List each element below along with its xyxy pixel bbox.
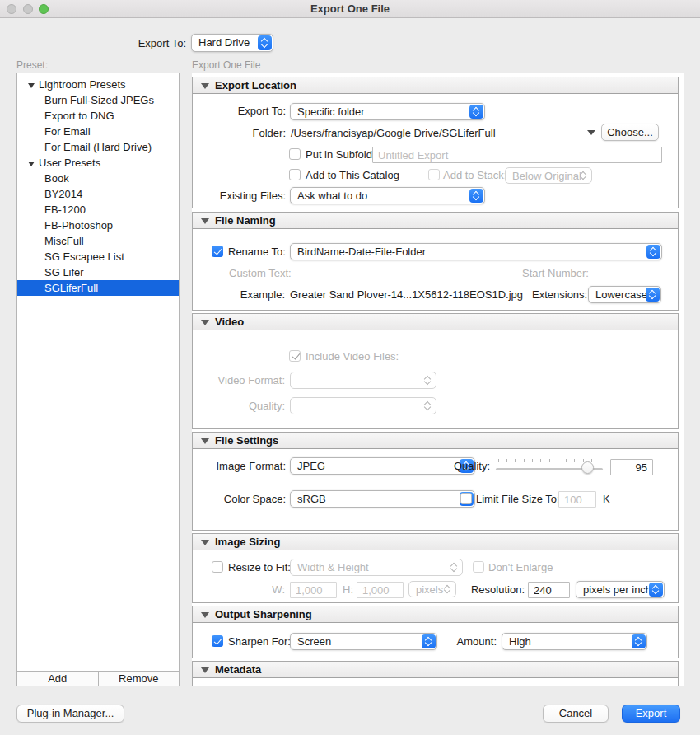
preset-buttons: Add Remove bbox=[16, 671, 180, 686]
dont-enlarge-checkbox bbox=[473, 561, 484, 573]
preset-item[interactable]: Export to DNG bbox=[17, 108, 179, 124]
preset-item[interactable]: FB-1200 bbox=[17, 202, 179, 218]
choose-folder-button[interactable]: Choose... bbox=[601, 124, 659, 141]
video-quality-label: Quality: bbox=[209, 400, 285, 413]
section-file-naming: File Naming Rename To: BirdName-Date-Fil… bbox=[192, 212, 679, 311]
section-header-file-naming[interactable]: File Naming bbox=[193, 213, 678, 229]
height-input bbox=[357, 582, 404, 598]
preset-item[interactable]: FB-Photoshop bbox=[17, 218, 179, 233]
add-preset-button[interactable]: Add bbox=[16, 671, 99, 686]
resize-to-fit-checkbox[interactable] bbox=[212, 561, 223, 573]
limit-file-size-unit: K bbox=[603, 493, 610, 506]
preset-item[interactable]: MiscFull bbox=[17, 233, 179, 249]
sharpen-for-checkbox[interactable] bbox=[212, 635, 223, 647]
preset-item[interactable]: Book bbox=[17, 171, 179, 186]
section-header-output-sharpening[interactable]: Output Sharpening bbox=[193, 606, 678, 623]
slider-thumb[interactable] bbox=[581, 461, 594, 474]
preset-item[interactable]: SG Lifer bbox=[17, 265, 179, 280]
preset-list-items: Lightroom Presets Burn Full-Sized JPEGs … bbox=[17, 73, 179, 671]
start-number-label: Start Number: bbox=[522, 267, 589, 280]
export-destination-value: Hard Drive bbox=[198, 36, 250, 49]
export-to-label: Export To: bbox=[209, 105, 286, 118]
remove-preset-button[interactable]: Remove bbox=[99, 671, 180, 686]
preset-item[interactable]: BY2014 bbox=[17, 186, 179, 202]
resolution-label: Resolution: bbox=[462, 583, 525, 597]
sharpen-for-popup[interactable]: Screen bbox=[290, 633, 437, 650]
width-input bbox=[290, 582, 337, 598]
popup-stepper-icon bbox=[422, 634, 436, 648]
export-to-destination-label: Export To: bbox=[107, 37, 186, 50]
video-quality-popup bbox=[290, 397, 436, 414]
popup-stepper-icon bbox=[576, 169, 590, 182]
preset-item[interactable]: Burn Full-Sized JPEGs bbox=[17, 92, 179, 108]
popup-stepper-icon bbox=[646, 288, 660, 302]
settings-scroll-area: Export Location Export To: Specific fold… bbox=[192, 73, 684, 686]
sharpen-amount-popup[interactable]: High bbox=[502, 633, 647, 650]
popup-stepper-icon bbox=[258, 35, 272, 50]
preset-group-user[interactable]: User Presets bbox=[17, 155, 179, 171]
image-format-label: Image Format: bbox=[209, 460, 286, 473]
preset-item[interactable]: For Email (Hard Drive) bbox=[17, 139, 179, 155]
popup-stepper-icon bbox=[646, 245, 660, 259]
limit-file-size-checkbox[interactable] bbox=[460, 493, 472, 504]
folder-label: Folder: bbox=[209, 127, 286, 140]
subfolder-name-input[interactable] bbox=[372, 147, 662, 163]
rename-to-label: Rename To: bbox=[228, 246, 286, 259]
extensions-popup[interactable]: Lowercase bbox=[588, 286, 661, 303]
preset-item-selected[interactable]: SGLiferFull bbox=[17, 280, 179, 296]
section-export-location: Export Location Export To: Specific fold… bbox=[192, 77, 679, 208]
disclosure-triangle-icon[interactable] bbox=[201, 320, 209, 325]
quality-slider[interactable] bbox=[496, 457, 604, 479]
stack-position-popup: Below Original bbox=[505, 167, 592, 184]
disclosure-triangle-icon[interactable] bbox=[201, 218, 209, 224]
existing-files-label: Existing Files: bbox=[209, 190, 286, 203]
folder-path: /Users/francisyap/Google Drive/SGLiferFu… bbox=[291, 127, 496, 140]
resolution-unit-popup[interactable]: pixels per inch bbox=[576, 581, 665, 598]
add-to-catalog-checkbox[interactable] bbox=[289, 169, 301, 180]
height-label: H: bbox=[343, 583, 353, 597]
preset-item[interactable]: SG Escapee List bbox=[17, 249, 179, 265]
section-metadata: Metadata bbox=[192, 661, 679, 686]
popup-stepper-icon bbox=[421, 399, 435, 413]
video-format-label: Video Format: bbox=[209, 374, 285, 387]
disclosure-triangle-icon[interactable] bbox=[201, 438, 209, 444]
popup-stepper-icon bbox=[447, 560, 461, 574]
export-button[interactable]: Export bbox=[622, 705, 680, 723]
color-space-label: Color Space: bbox=[209, 493, 286, 506]
disclosure-triangle-icon[interactable] bbox=[201, 667, 209, 673]
section-video: Video Include Video Files: Video Format:… bbox=[192, 313, 679, 429]
rename-to-checkbox[interactable] bbox=[212, 246, 223, 257]
example-label: Example: bbox=[229, 288, 285, 302]
rename-template-popup[interactable]: BirdName-Date-File-Folder bbox=[290, 243, 662, 260]
disclosure-triangle-icon[interactable] bbox=[201, 612, 209, 618]
export-destination-popup[interactable]: Hard Drive bbox=[191, 34, 273, 52]
plugin-manager-button[interactable]: Plug-in Manager... bbox=[16, 705, 124, 723]
cancel-button[interactable]: Cancel bbox=[543, 705, 609, 723]
section-header-image-sizing[interactable]: Image Sizing bbox=[193, 534, 678, 550]
collapse-triangle-icon[interactable] bbox=[28, 162, 35, 166]
preset-item[interactable]: For Email bbox=[17, 124, 179, 139]
resolution-input[interactable] bbox=[528, 582, 570, 598]
folder-history-triangle-icon[interactable] bbox=[587, 130, 595, 135]
section-header-video[interactable]: Video bbox=[193, 314, 678, 330]
preset-list: Lightroom Presets Burn Full-Sized JPEGs … bbox=[16, 73, 180, 686]
existing-files-popup[interactable]: Ask what to do bbox=[290, 187, 485, 204]
preset-panel-label: Preset: bbox=[16, 59, 48, 72]
section-header-export-location[interactable]: Export Location bbox=[193, 77, 678, 94]
collapse-triangle-icon[interactable] bbox=[28, 83, 35, 88]
sharpen-for-label: Sharpen For: bbox=[228, 635, 291, 648]
disclosure-triangle-icon[interactable] bbox=[201, 540, 209, 545]
preset-group-lightroom[interactable]: Lightroom Presets bbox=[17, 77, 179, 92]
add-to-stack-checkbox bbox=[428, 169, 440, 180]
amount-label: Amount: bbox=[450, 635, 497, 648]
disclosure-triangle-icon[interactable] bbox=[201, 83, 209, 89]
export-to-popup[interactable]: Specific folder bbox=[290, 103, 485, 120]
color-space-popup[interactable]: sRGB bbox=[290, 490, 475, 508]
limit-file-size-input bbox=[558, 491, 596, 508]
quality-value-input[interactable] bbox=[610, 459, 653, 475]
size-unit-popup: pixels bbox=[408, 581, 456, 597]
section-header-file-settings[interactable]: File Settings bbox=[193, 433, 678, 449]
put-in-subfolder-checkbox[interactable] bbox=[289, 148, 301, 160]
section-header-metadata[interactable]: Metadata bbox=[193, 662, 678, 678]
add-to-catalog-label: Add to This Catalog bbox=[306, 169, 399, 182]
